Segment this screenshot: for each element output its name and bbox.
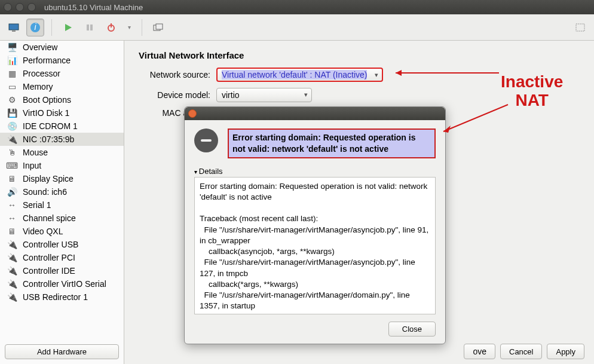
sidebar-item-virtio-disk-1[interactable]: 💾VirtIO Disk 1 <box>0 106 124 120</box>
sidebar-item-label: Serial 1 <box>23 200 51 210</box>
sidebar-item-label: Input <box>23 161 41 170</box>
sidebar-item-icon: 🔌 <box>6 266 18 276</box>
error-icon <box>194 129 218 152</box>
toolbar: i ▾ <box>0 14 594 41</box>
sidebar-item-controller-virtio-serial[interactable]: 🔌Controller VirtIO Serial <box>0 277 124 290</box>
sidebar-item-icon: 🔌 <box>6 279 18 289</box>
sidebar-item-icon: ⌨ <box>6 161 18 170</box>
sidebar-item-ide-cdrom-1[interactable]: 💿IDE CDROM 1 <box>0 120 124 133</box>
sidebar-item-icon: 🖥 <box>6 174 18 183</box>
sidebar-item-input[interactable]: ⌨Input <box>0 159 124 172</box>
sidebar-item-video-qxl[interactable]: 🖥Video QXL <box>0 225 124 238</box>
error-dialog: Error starting domain: Requested operati… <box>184 106 446 344</box>
sidebar-item-sound-ich6[interactable]: 🔊Sound: ich6 <box>0 185 124 198</box>
sidebar-item-nic-07-35-9b[interactable]: 🔌NIC :07:35:9b <box>0 133 124 146</box>
hardware-sidebar: 🖥️Overview📊Performance▦Processor▭Memory⚙… <box>0 41 124 364</box>
sidebar-item-icon: 🔌 <box>6 292 18 302</box>
svg-rect-10 <box>576 24 584 31</box>
console-view-button[interactable] <box>5 19 23 36</box>
sidebar-item-icon: 🔊 <box>6 187 18 197</box>
sidebar-item-icon: 🖥 <box>6 227 18 236</box>
sidebar-item-channel-spice[interactable]: ↔Channel spice <box>0 212 124 225</box>
sidebar-item-label: Display Spice <box>23 174 74 183</box>
sidebar-item-mouse[interactable]: 🖱Mouse <box>0 146 124 159</box>
network-source-value: Virtual network 'default' : NAT (Inactiv… <box>222 70 367 79</box>
vm-run-button[interactable] <box>59 19 77 36</box>
sidebar-item-controller-ide[interactable]: 🔌Controller IDE <box>0 264 124 277</box>
cancel-button[interactable]: Cancel <box>500 344 542 359</box>
network-source-combo[interactable]: Virtual network 'default' : NAT (Inactiv… <box>216 68 383 82</box>
svg-rect-7 <box>111 23 112 27</box>
svg-rect-0 <box>9 24 19 30</box>
sidebar-item-usb-redirector-1[interactable]: 🔌USB Redirector 1 <box>0 290 124 304</box>
sidebar-item-icon: ↔ <box>6 200 18 210</box>
sidebar-item-label: IDE CDROM 1 <box>23 121 78 131</box>
shutdown-menu-button[interactable]: ▾ <box>124 19 134 36</box>
sidebar-item-icon: 🖥️ <box>6 42 18 52</box>
network-source-label: Network source: <box>139 70 210 79</box>
svg-rect-1 <box>12 30 16 32</box>
window-titlebar: ubuntu15.10 Virtual Machine <box>0 0 594 14</box>
sidebar-item-controller-usb[interactable]: 🔌Controller USB <box>0 238 124 251</box>
dialog-titlebar <box>185 107 445 120</box>
sidebar-item-icon: ▭ <box>6 82 18 91</box>
panel-heading: Virtual Network Interface <box>139 50 580 60</box>
sidebar-item-label: Boot Options <box>23 95 71 105</box>
sidebar-item-label: Mouse <box>23 148 48 157</box>
window-title: ubuntu15.10 Virtual Machine <box>44 3 143 12</box>
sidebar-item-label: Controller USB <box>23 240 78 249</box>
sidebar-item-label: Controller PCI <box>23 253 75 262</box>
window-close-button[interactable] <box>4 3 12 11</box>
sidebar-item-label: Video QXL <box>23 227 63 236</box>
sidebar-item-processor[interactable]: ▦Processor <box>0 67 124 80</box>
sidebar-item-label: Processor <box>23 69 60 78</box>
sidebar-item-memory[interactable]: ▭Memory <box>0 80 124 93</box>
fullscreen-button[interactable] <box>571 19 589 36</box>
sidebar-item-label: Performance <box>23 56 71 65</box>
sidebar-item-performance[interactable]: 📊Performance <box>0 54 124 67</box>
vm-pause-button[interactable] <box>81 19 99 36</box>
sidebar-item-label: VirtIO Disk 1 <box>23 108 69 118</box>
traceback-text[interactable]: Error starting domain: Requested operati… <box>194 177 436 314</box>
device-model-label: Device model: <box>139 90 210 100</box>
sidebar-item-icon: 💾 <box>6 108 18 118</box>
sidebar-item-display-spice[interactable]: 🖥Display Spice <box>0 172 124 185</box>
remove-button[interactable]: ove <box>464 344 495 359</box>
dialog-close-button[interactable]: Close <box>388 322 436 337</box>
sidebar-item-label: USB Redirector 1 <box>23 292 88 302</box>
sidebar-item-controller-pci[interactable]: 🔌Controller PCI <box>0 251 124 264</box>
error-message: Error starting domain: Requested operati… <box>228 129 436 158</box>
details-toggle[interactable]: Details <box>194 166 436 177</box>
sidebar-item-label: Sound: ich6 <box>23 187 67 197</box>
sidebar-item-icon: 🔌 <box>6 134 18 144</box>
window-maximize-button[interactable] <box>27 3 36 11</box>
svg-rect-5 <box>90 25 93 30</box>
details-section: Details Error starting domain: Requested… <box>194 166 436 314</box>
details-view-button[interactable]: i <box>26 19 44 36</box>
sidebar-item-label: Controller VirtIO Serial <box>23 279 106 289</box>
svg-rect-4 <box>87 25 89 30</box>
sidebar-item-serial-1[interactable]: ↔Serial 1 <box>0 198 124 212</box>
dialog-close-icon[interactable] <box>188 109 197 118</box>
sidebar-item-overview[interactable]: 🖥️Overview <box>0 41 124 54</box>
sidebar-item-label: Channel spice <box>23 213 76 223</box>
sidebar-item-icon: 📊 <box>6 56 18 65</box>
sidebar-item-label: Controller IDE <box>23 266 75 276</box>
apply-button[interactable]: Apply <box>547 344 584 359</box>
sidebar-item-icon: 🔌 <box>6 240 18 249</box>
sidebar-item-icon: ↔ <box>6 213 18 223</box>
add-hardware-button[interactable]: Add Hardware <box>5 344 119 359</box>
device-model-combo[interactable]: virtio <box>216 88 312 102</box>
sidebar-item-label: Memory <box>23 82 53 91</box>
sidebar-item-icon: ▦ <box>6 69 18 78</box>
device-model-value: virtio <box>222 90 240 100</box>
sidebar-item-boot-options[interactable]: ⚙Boot Options <box>0 93 124 106</box>
snapshots-button[interactable] <box>149 19 167 36</box>
svg-rect-9 <box>156 24 163 29</box>
sidebar-item-icon: 🔌 <box>6 253 18 262</box>
hardware-list: 🖥️Overview📊Performance▦Processor▭Memory⚙… <box>0 41 124 339</box>
vm-shutdown-button[interactable] <box>102 19 120 36</box>
sidebar-item-label: NIC :07:35:9b <box>23 134 74 144</box>
window-minimize-button[interactable] <box>16 3 24 11</box>
sidebar-item-icon: 💿 <box>6 121 18 131</box>
